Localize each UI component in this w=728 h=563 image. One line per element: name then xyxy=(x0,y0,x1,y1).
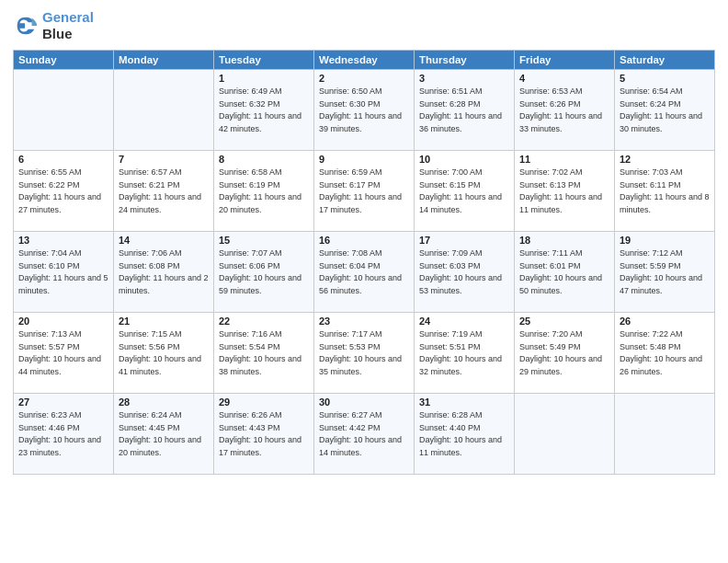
logo-text: General Blue xyxy=(42,9,94,42)
calendar-cell: 25Sunrise: 7:20 AM Sunset: 5:49 PM Dayli… xyxy=(515,313,615,394)
day-info: Sunrise: 6:50 AM Sunset: 6:30 PM Dayligh… xyxy=(319,86,409,135)
week-row-5: 27Sunrise: 6:23 AM Sunset: 4:46 PM Dayli… xyxy=(14,394,715,475)
day-number: 4 xyxy=(519,73,609,84)
calendar-cell: 24Sunrise: 7:19 AM Sunset: 5:51 PM Dayli… xyxy=(415,313,515,394)
day-info: Sunrise: 6:51 AM Sunset: 6:28 PM Dayligh… xyxy=(419,86,509,135)
logo: General Blue xyxy=(13,9,94,42)
calendar-cell: 23Sunrise: 7:17 AM Sunset: 5:53 PM Dayli… xyxy=(314,313,415,394)
day-number: 31 xyxy=(419,396,509,408)
calendar-cell xyxy=(515,394,615,475)
day-info: Sunrise: 6:23 AM Sunset: 4:46 PM Dayligh… xyxy=(18,409,108,459)
calendar-cell: 30Sunrise: 6:27 AM Sunset: 4:42 PM Dayli… xyxy=(314,394,415,475)
calendar-cell: 1Sunrise: 6:49 AM Sunset: 6:32 PM Daylig… xyxy=(214,70,314,151)
day-info: Sunrise: 7:00 AM Sunset: 6:15 PM Dayligh… xyxy=(419,167,509,216)
week-row-1: 1Sunrise: 6:49 AM Sunset: 6:32 PM Daylig… xyxy=(14,70,715,151)
day-number: 5 xyxy=(620,73,710,84)
day-info: Sunrise: 7:12 AM Sunset: 5:59 PM Dayligh… xyxy=(620,247,710,297)
day-number: 11 xyxy=(519,154,609,165)
day-info: Sunrise: 7:17 AM Sunset: 5:53 PM Dayligh… xyxy=(319,328,409,378)
calendar-cell: 27Sunrise: 6:23 AM Sunset: 4:46 PM Dayli… xyxy=(14,394,114,475)
page: General Blue SundayMondayTuesdayWednesda… xyxy=(0,0,728,563)
day-info: Sunrise: 6:26 AM Sunset: 4:43 PM Dayligh… xyxy=(219,409,309,459)
calendar-cell: 7Sunrise: 6:57 AM Sunset: 6:21 PM Daylig… xyxy=(114,151,214,232)
calendar-cell: 20Sunrise: 7:13 AM Sunset: 5:57 PM Dayli… xyxy=(14,313,114,394)
day-number: 28 xyxy=(119,396,209,408)
day-header-tuesday: Tuesday xyxy=(214,51,314,70)
calendar-cell: 9Sunrise: 6:59 AM Sunset: 6:17 PM Daylig… xyxy=(314,151,415,232)
day-number: 1 xyxy=(219,73,309,84)
day-number: 29 xyxy=(219,396,309,408)
week-row-2: 6Sunrise: 6:55 AM Sunset: 6:22 PM Daylig… xyxy=(14,151,715,232)
day-number: 20 xyxy=(18,316,108,327)
day-info: Sunrise: 7:15 AM Sunset: 5:56 PM Dayligh… xyxy=(119,328,209,378)
calendar-cell: 8Sunrise: 6:58 AM Sunset: 6:19 PM Daylig… xyxy=(214,151,314,232)
day-info: Sunrise: 6:58 AM Sunset: 6:19 PM Dayligh… xyxy=(219,167,309,216)
day-number: 23 xyxy=(319,316,409,327)
day-number: 27 xyxy=(18,396,108,408)
day-number: 16 xyxy=(319,235,409,246)
day-header-monday: Monday xyxy=(114,51,214,70)
header-row: SundayMondayTuesdayWednesdayThursdayFrid… xyxy=(14,51,715,70)
day-info: Sunrise: 6:55 AM Sunset: 6:22 PM Dayligh… xyxy=(18,167,108,216)
week-row-3: 13Sunrise: 7:04 AM Sunset: 6:10 PM Dayli… xyxy=(14,232,715,313)
day-number: 9 xyxy=(319,154,409,165)
calendar-cell: 16Sunrise: 7:08 AM Sunset: 6:04 PM Dayli… xyxy=(314,232,415,313)
calendar-cell: 12Sunrise: 7:03 AM Sunset: 6:11 PM Dayli… xyxy=(615,151,715,232)
day-header-wednesday: Wednesday xyxy=(314,51,415,70)
calendar-cell: 21Sunrise: 7:15 AM Sunset: 5:56 PM Dayli… xyxy=(114,313,214,394)
day-number: 12 xyxy=(620,154,710,165)
day-info: Sunrise: 7:11 AM Sunset: 6:01 PM Dayligh… xyxy=(519,247,609,297)
calendar-cell: 5Sunrise: 6:54 AM Sunset: 6:24 PM Daylig… xyxy=(615,70,715,151)
calendar-cell: 10Sunrise: 7:00 AM Sunset: 6:15 PM Dayli… xyxy=(415,151,515,232)
day-info: Sunrise: 6:24 AM Sunset: 4:45 PM Dayligh… xyxy=(119,409,209,459)
calendar-cell: 11Sunrise: 7:02 AM Sunset: 6:13 PM Dayli… xyxy=(515,151,615,232)
calendar-cell xyxy=(615,394,715,475)
day-number: 10 xyxy=(419,154,509,165)
day-info: Sunrise: 7:03 AM Sunset: 6:11 PM Dayligh… xyxy=(620,167,710,216)
day-info: Sunrise: 6:59 AM Sunset: 6:17 PM Dayligh… xyxy=(319,167,409,216)
day-info: Sunrise: 6:53 AM Sunset: 6:26 PM Dayligh… xyxy=(519,86,609,135)
calendar-cell: 26Sunrise: 7:22 AM Sunset: 5:48 PM Dayli… xyxy=(615,313,715,394)
day-number: 15 xyxy=(219,235,309,246)
day-info: Sunrise: 6:27 AM Sunset: 4:42 PM Dayligh… xyxy=(319,409,409,459)
day-number: 22 xyxy=(219,316,309,327)
logo-icon xyxy=(13,13,39,39)
day-header-thursday: Thursday xyxy=(415,51,515,70)
day-info: Sunrise: 7:09 AM Sunset: 6:03 PM Dayligh… xyxy=(419,247,509,297)
day-info: Sunrise: 7:06 AM Sunset: 6:08 PM Dayligh… xyxy=(119,247,209,297)
day-info: Sunrise: 7:04 AM Sunset: 6:10 PM Dayligh… xyxy=(18,247,108,297)
day-number: 21 xyxy=(119,316,209,327)
calendar-cell xyxy=(14,70,114,151)
day-number: 7 xyxy=(119,154,209,165)
calendar-cell: 2Sunrise: 6:50 AM Sunset: 6:30 PM Daylig… xyxy=(314,70,415,151)
day-info: Sunrise: 6:28 AM Sunset: 4:40 PM Dayligh… xyxy=(419,409,509,459)
day-info: Sunrise: 7:19 AM Sunset: 5:51 PM Dayligh… xyxy=(419,328,509,378)
calendar-cell: 4Sunrise: 6:53 AM Sunset: 6:26 PM Daylig… xyxy=(515,70,615,151)
day-info: Sunrise: 7:02 AM Sunset: 6:13 PM Dayligh… xyxy=(519,167,609,216)
day-info: Sunrise: 7:20 AM Sunset: 5:49 PM Dayligh… xyxy=(519,328,609,378)
calendar-cell: 3Sunrise: 6:51 AM Sunset: 6:28 PM Daylig… xyxy=(415,70,515,151)
day-number: 2 xyxy=(319,73,409,84)
calendar-cell: 19Sunrise: 7:12 AM Sunset: 5:59 PM Dayli… xyxy=(615,232,715,313)
day-number: 24 xyxy=(419,316,509,327)
day-info: Sunrise: 7:16 AM Sunset: 5:54 PM Dayligh… xyxy=(219,328,309,378)
calendar-cell: 18Sunrise: 7:11 AM Sunset: 6:01 PM Dayli… xyxy=(515,232,615,313)
day-info: Sunrise: 6:54 AM Sunset: 6:24 PM Dayligh… xyxy=(620,86,710,135)
day-info: Sunrise: 6:49 AM Sunset: 6:32 PM Dayligh… xyxy=(219,86,309,135)
day-info: Sunrise: 7:13 AM Sunset: 5:57 PM Dayligh… xyxy=(18,328,108,378)
calendar-cell: 14Sunrise: 7:06 AM Sunset: 6:08 PM Dayli… xyxy=(114,232,214,313)
day-number: 17 xyxy=(419,235,509,246)
calendar-cell: 31Sunrise: 6:28 AM Sunset: 4:40 PM Dayli… xyxy=(415,394,515,475)
week-row-4: 20Sunrise: 7:13 AM Sunset: 5:57 PM Dayli… xyxy=(14,313,715,394)
day-info: Sunrise: 7:22 AM Sunset: 5:48 PM Dayligh… xyxy=(620,328,710,378)
day-number: 26 xyxy=(620,316,710,327)
day-number: 25 xyxy=(519,316,609,327)
calendar-cell: 17Sunrise: 7:09 AM Sunset: 6:03 PM Dayli… xyxy=(415,232,515,313)
day-number: 3 xyxy=(419,73,509,84)
calendar-cell: 13Sunrise: 7:04 AM Sunset: 6:10 PM Dayli… xyxy=(14,232,114,313)
calendar-cell: 22Sunrise: 7:16 AM Sunset: 5:54 PM Dayli… xyxy=(214,313,314,394)
day-info: Sunrise: 7:08 AM Sunset: 6:04 PM Dayligh… xyxy=(319,247,409,297)
calendar-cell: 28Sunrise: 6:24 AM Sunset: 4:45 PM Dayli… xyxy=(114,394,214,475)
day-info: Sunrise: 7:07 AM Sunset: 6:06 PM Dayligh… xyxy=(219,247,309,297)
calendar-cell: 15Sunrise: 7:07 AM Sunset: 6:06 PM Dayli… xyxy=(214,232,314,313)
